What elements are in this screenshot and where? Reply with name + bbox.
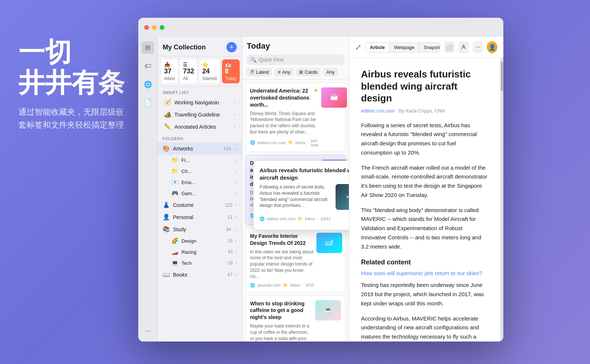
search-bar[interactable]: 🔍 Quick Find (247, 55, 344, 65)
design-label: Design (181, 238, 225, 244)
fi-chevron: › (236, 158, 237, 162)
nav-icon-tag[interactable]: 🏷 (142, 60, 154, 72)
scrollbar-thumb[interactable] (501, 62, 503, 91)
tooltip-meta: 🌐 edition.cnn.com 📁 Inbox · 10/12 (260, 216, 331, 221)
article-3-folder: Inbox (290, 283, 300, 287)
article-card-3[interactable]: My Favorite Interior Design Trends Of 20… (245, 228, 346, 292)
hero-section: 一切 井井有条 通过智能收藏夹，无限层级嵌套标签和文件夹轻松搞定整理 (18, 37, 129, 131)
reader-related-link-1[interactable]: How soon will supersonic jets return to … (361, 270, 489, 276)
artworks-chevron: ⌄ (234, 146, 237, 150)
nav-icon-doc[interactable]: 📄 (142, 97, 154, 109)
close-button[interactable] (144, 25, 149, 30)
article-3-source: youtube.com (257, 283, 281, 287)
reader-area: Airbus reveals futuristic blended wing a… (349, 58, 503, 342)
reader-related-1: Related content (361, 259, 489, 266)
article-1-star[interactable]: ★ (313, 87, 318, 93)
article-1-folder: Inbox (295, 141, 305, 145)
tooltip-body: Following a series of secret tests, Airb… (260, 184, 349, 210)
interior-img: 🛋 (316, 233, 342, 253)
user-avatar[interactable]: 👤 (487, 41, 497, 53)
sidebar-item-travelling[interactable]: 🏕️ Travelling Guideline › (159, 108, 240, 121)
article-4-excerpt: Maybe your habit extends to a cup of cof… (250, 323, 312, 342)
article-1-content: Underrated America: 22 overlooked destin… (250, 87, 341, 147)
article-4-thumbnail: ☕ (315, 300, 341, 320)
font-button[interactable]: A (458, 41, 469, 53)
tooltip-source: edition.cnn.com (267, 216, 295, 221)
aircraft-img: ✈ (336, 184, 349, 210)
filter-cards-btn[interactable]: ⊞ Cards (296, 68, 320, 76)
article-card-4[interactable]: When to stop drinking caffeine to get a … (245, 295, 346, 342)
reader-source-link[interactable]: edition.cnn.com (361, 108, 395, 114)
article-1-meta: 🌐 edition.cnn.com 📁 Inbox · just now (250, 138, 318, 147)
stat-inbox[interactable]: 📥 37 Inbox (161, 59, 178, 83)
article-card-1[interactable]: Underrated America: 22 overlooked destin… (245, 83, 346, 152)
folder-ch[interactable]: 📁 Ch... › (157, 166, 242, 177)
costume-count: 122 (225, 202, 233, 208)
add-collection-button[interactable]: + (226, 42, 237, 52)
folder-artworks[interactable]: 🎨 Artworks 114 ⌄ (157, 142, 242, 155)
folder-fi[interactable]: 📁 Fi... › (157, 155, 242, 166)
app-window: ⊞ 🏷 🌐 📄 ··· My Collection + 📥 37 Inbox ☰ (138, 18, 503, 342)
article-1-title: Underrated America: 22 overlooked destin… (250, 87, 313, 108)
costume-label: Costume (173, 202, 222, 208)
article-4-title: When to stop drinking caffeine to get a … (250, 300, 312, 321)
sidebar-item-working-nav[interactable]: 🧭 Working Navigatoin › (159, 96, 240, 108)
folder-study[interactable]: 📚 Study 34 ⌄ (157, 223, 242, 235)
working-nav-chevron: › (234, 100, 235, 104)
today-label: Today (225, 76, 237, 81)
webpage-view-btn[interactable]: Webpage (389, 43, 419, 52)
nav-icon-globe[interactable]: 🌐 (142, 78, 154, 91)
folder-personal[interactable]: 👤 Personal 11 › (157, 211, 242, 223)
expand-icon[interactable]: ⤢ (355, 43, 361, 52)
costume-chevron: › (236, 203, 237, 207)
inbox-count: 37 (164, 67, 175, 75)
cards-label: Cards (305, 69, 317, 75)
latest-label: Latest (256, 69, 269, 75)
article-3-sep: · (302, 283, 303, 287)
article-1-timestamp: just now (311, 138, 318, 147)
article-1-time: · (308, 141, 309, 145)
folder-email[interactable]: 📧 Ema... › (157, 177, 242, 188)
cards-icon: ⊞ (299, 69, 303, 75)
racing-count: 43 (228, 249, 232, 254)
email-icon: 📧 (171, 179, 178, 186)
scrollbar[interactable] (500, 58, 503, 342)
snapshot-view-btn[interactable]: Snapshot (419, 43, 440, 52)
sidebar-item-annotated[interactable]: ✏️ Annotated Articles › (159, 121, 240, 133)
folder-racing[interactable]: 🏎️ Racing 43 › (157, 246, 242, 257)
working-nav-label: Working Navigatoin (174, 100, 231, 105)
hero-subtitle: 通过智能收藏夹，无限层级嵌套标签和文件夹轻松搞定整理 (18, 105, 129, 131)
today-count: 8 (225, 67, 237, 75)
share-button[interactable]: ⬜ (444, 41, 455, 53)
filter-any2-btn[interactable]: Any (323, 68, 337, 76)
stat-all[interactable]: ☰ 732 All (180, 59, 197, 83)
folder-design[interactable]: 🌈 Design 18 › (157, 235, 242, 246)
study-chevron: ⌄ (234, 227, 237, 231)
folder-books[interactable]: 📖 Books 67 › (157, 268, 242, 281)
stats-row: 📥 37 Inbox ☰ 732 All ⭐ 24 Starred 📅 8 (157, 56, 242, 87)
inbox-icon: 📥 (164, 62, 175, 67)
nav-icon-more[interactable]: ··· (142, 325, 154, 337)
filter-latest-btn[interactable]: ⏱ Latest (247, 68, 272, 76)
folder-tech[interactable]: 💻 Tech 19 › (157, 257, 242, 268)
game-icon: 🎮 (171, 190, 178, 197)
reader-author: By Karla Cripps, CNN (399, 108, 445, 114)
article-1-text: Underrated America: 22 overlooked destin… (250, 87, 318, 147)
stat-starred[interactable]: ⭐ 24 Starred (199, 59, 219, 83)
article-1-source-icon: 🌐 (250, 140, 255, 145)
folder-game[interactable]: 🎮 Gam... › (157, 188, 242, 199)
more-options-button[interactable]: ··· (473, 41, 483, 53)
article-view-btn[interactable]: Article (365, 43, 389, 52)
tooltip-title: Airbus reveals futuristic blended wing a… (260, 167, 349, 181)
nav-icon-grid[interactable]: ⊞ (142, 41, 154, 54)
stat-today[interactable]: 📅 8 Today (222, 59, 240, 83)
filter-any-btn[interactable]: ≡ Any (275, 68, 293, 76)
article-reader: Airbus reveals futuristic blended wing a… (349, 58, 500, 342)
center-header: Today 🔍 Quick Find ⏱ Latest ≡ Any ⊞ (242, 37, 349, 80)
reader-para-3: This "blended wing body" demonstrator is… (361, 206, 489, 252)
folder-costume[interactable]: 👗 Costume 122 › (157, 199, 242, 211)
maximize-button[interactable] (160, 25, 164, 30)
books-count: 67 (228, 272, 232, 277)
minimize-button[interactable] (152, 25, 157, 30)
email-chevron: › (236, 180, 237, 184)
